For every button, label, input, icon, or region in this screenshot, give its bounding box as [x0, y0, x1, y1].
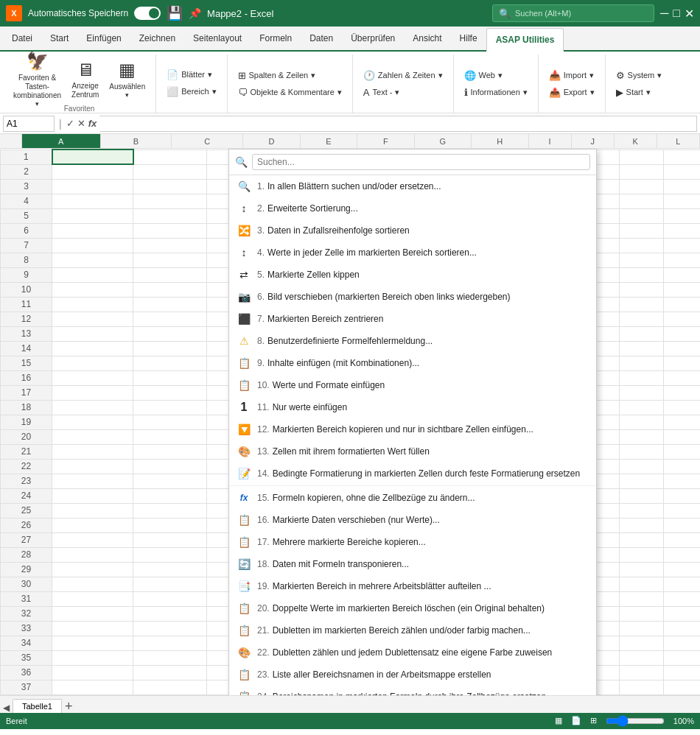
- cell-A33[interactable]: [52, 621, 133, 636]
- cell-K18[interactable]: [664, 400, 701, 415]
- grid-scroll[interactable]: 🔍 🔍1.In allen Blättern suchen und/oder e…: [0, 149, 700, 695]
- cell-B33[interactable]: [133, 621, 207, 636]
- cell-A5[interactable]: [52, 208, 133, 223]
- cross-icon[interactable]: ✕: [77, 118, 85, 129]
- cell-K17[interactable]: [664, 385, 701, 400]
- tab-datei[interactable]: Datei: [3, 27, 41, 50]
- cell-K27[interactable]: [664, 532, 701, 547]
- cell-A27[interactable]: [52, 532, 133, 547]
- cell-K2[interactable]: [664, 164, 701, 179]
- close-icon[interactable]: ✕: [685, 7, 694, 21]
- cell-J5[interactable]: [620, 208, 664, 223]
- tab-seitenlayout[interactable]: Seitenlayout: [184, 27, 251, 50]
- dropdown-item-6[interactable]: 📷6.Bild verschieben (markierten Bereich …: [229, 286, 596, 308]
- cell-A28[interactable]: [52, 547, 133, 562]
- dropdown-item-18[interactable]: 🔄18.Daten mit Formeln transponieren...: [229, 553, 596, 575]
- cell-J17[interactable]: [620, 385, 664, 400]
- cell-B3[interactable]: [133, 179, 207, 194]
- cell-J9[interactable]: [620, 267, 664, 282]
- dropdown-item-11[interactable]: 111.Nur werte einfügen: [229, 396, 596, 418]
- tab-formeln[interactable]: Formeln: [251, 27, 301, 50]
- cell-J23[interactable]: [620, 474, 664, 488]
- cell-K12[interactable]: [664, 312, 701, 326]
- autosave-toggle[interactable]: [134, 7, 161, 20]
- anzeige-zentrum-button[interactable]: 🖥 AnzeigeZentrum: [67, 57, 103, 102]
- cell-B22[interactable]: [133, 459, 207, 474]
- cell-K25[interactable]: [664, 503, 701, 518]
- cell-A26[interactable]: [52, 518, 133, 532]
- cell-K22[interactable]: [664, 459, 701, 474]
- cell-J16[interactable]: [620, 370, 664, 385]
- dropdown-item-5[interactable]: ⇄5.Markierte Zellen kippen: [229, 264, 596, 286]
- cell-B9[interactable]: [133, 267, 207, 282]
- cell-J24[interactable]: [620, 488, 664, 503]
- dropdown-item-24[interactable]: 📋24.Bereichsnamen in markierten Formeln …: [229, 686, 596, 695]
- dropdown-item-7[interactable]: ⬛7.Markierten Bereich zentrieren: [229, 308, 596, 330]
- cell-B7[interactable]: [133, 238, 207, 253]
- cell-B5[interactable]: [133, 208, 207, 223]
- dropdown-item-9[interactable]: 📋9.Inhalte einfügen (mit Kombinationen).…: [229, 352, 596, 374]
- cell-A11[interactable]: [52, 297, 133, 312]
- cell-B27[interactable]: [133, 532, 207, 547]
- cell-B28[interactable]: [133, 547, 207, 562]
- dropdown-item-16[interactable]: 📋16.Markierte Daten verschieben (nur Wer…: [229, 509, 596, 531]
- cell-A36[interactable]: [52, 665, 133, 680]
- cell-K11[interactable]: [664, 297, 701, 312]
- cell-J35[interactable]: [620, 650, 664, 665]
- dropdown-item-14[interactable]: 📝14.Bedingte Formatierung in markierten …: [229, 463, 596, 485]
- cell-J28[interactable]: [620, 547, 664, 562]
- tab-zeichnen[interactable]: Zeichnen: [130, 27, 184, 50]
- cell-B18[interactable]: [133, 400, 207, 415]
- cell-A34[interactable]: [52, 636, 133, 650]
- cell-A22[interactable]: [52, 459, 133, 474]
- cell-J11[interactable]: [620, 297, 664, 312]
- cell-B14[interactable]: [133, 341, 207, 356]
- cell-J12[interactable]: [620, 312, 664, 326]
- import-button[interactable]: 📥 Import ▾: [545, 67, 599, 83]
- spalten-zeilen-button[interactable]: ⊞ Spalten & Zeilen ▾: [234, 67, 346, 83]
- dropdown-item-20[interactable]: 📋20.Doppelte Werte im markierten Bereich…: [229, 597, 596, 619]
- cell-B21[interactable]: [133, 444, 207, 459]
- cell-J6[interactable]: [620, 223, 664, 238]
- cell-B6[interactable]: [133, 223, 207, 238]
- cell-K21[interactable]: [664, 444, 701, 459]
- cell-A7[interactable]: [52, 238, 133, 253]
- cell-K30[interactable]: [664, 577, 701, 591]
- cell-B25[interactable]: [133, 503, 207, 518]
- cell-B24[interactable]: [133, 488, 207, 503]
- cell-J14[interactable]: [620, 341, 664, 356]
- cell-J27[interactable]: [620, 532, 664, 547]
- tab-ueberpruefen[interactable]: Überprüfen: [342, 27, 404, 50]
- cell-K33[interactable]: [664, 621, 701, 636]
- cell-A37[interactable]: [52, 680, 133, 694]
- cell-K9[interactable]: [664, 267, 701, 282]
- cell-K36[interactable]: [664, 665, 701, 680]
- dropdown-item-23[interactable]: 📋23.Liste aller Bereichsnamen in der Arb…: [229, 664, 596, 686]
- cell-A15[interactable]: [52, 356, 133, 370]
- cell-A2[interactable]: [52, 164, 133, 179]
- cell-B2[interactable]: [133, 164, 207, 179]
- cell-K23[interactable]: [664, 474, 701, 488]
- dropdown-item-21[interactable]: 📋21.Dubletten im markierten Bereich zähl…: [229, 619, 596, 641]
- cell-B10[interactable]: [133, 282, 207, 297]
- cell-A30[interactable]: [52, 577, 133, 591]
- cell-A4[interactable]: [52, 194, 133, 208]
- cell-K35[interactable]: [664, 650, 701, 665]
- dropdown-item-13[interactable]: 🎨13.Zellen mit ihrem formatierten Wert f…: [229, 440, 596, 463]
- cell-A12[interactable]: [52, 312, 133, 326]
- bereich-button[interactable]: ⬜ Bereich ▾: [162, 83, 220, 99]
- cell-K28[interactable]: [664, 547, 701, 562]
- cell-A9[interactable]: [52, 267, 133, 282]
- cell-K29[interactable]: [664, 562, 701, 577]
- cell-A10[interactable]: [52, 282, 133, 297]
- name-box[interactable]: A1: [3, 116, 55, 132]
- view-break-icon[interactable]: ⊞: [590, 716, 597, 725]
- cell-A8[interactable]: [52, 253, 133, 267]
- cell-A31[interactable]: [52, 591, 133, 606]
- cell-J29[interactable]: [620, 562, 664, 577]
- cell-J2[interactable]: [620, 164, 664, 179]
- tab-hilfe[interactable]: Hilfe: [451, 27, 486, 50]
- maximize-icon[interactable]: □: [673, 7, 680, 21]
- cell-J4[interactable]: [620, 194, 664, 208]
- dropdown-search-input[interactable]: [252, 154, 590, 170]
